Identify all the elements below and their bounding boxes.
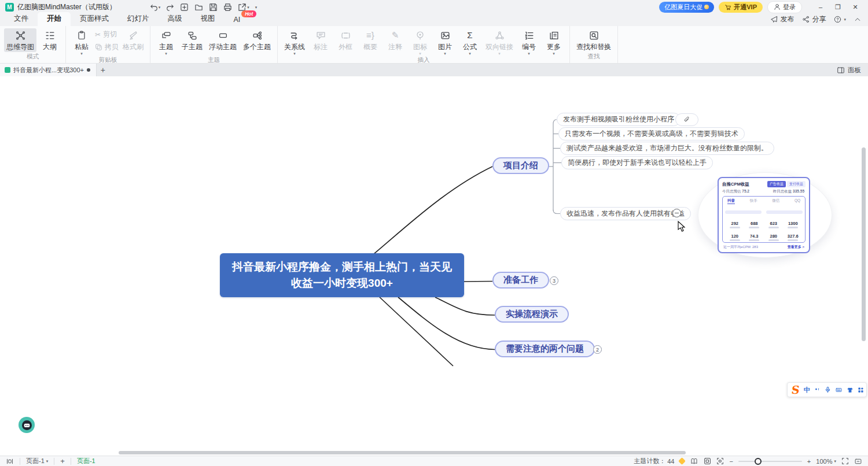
- promo-badge[interactable]: 亿图夏日大促: [659, 2, 714, 13]
- mindmap-mode-button[interactable]: 思维导图: [4, 28, 36, 52]
- child-node[interactable]: 简便易行，即使对于新手来说也可以轻松上手: [561, 156, 713, 169]
- tab-ai[interactable]: AI Hot: [225, 14, 258, 26]
- panel-toggle-button[interactable]: 面板: [837, 66, 868, 75]
- zoom-out-button[interactable]: −: [729, 458, 733, 465]
- zoom-slider[interactable]: [738, 461, 802, 462]
- collapsed-count-badge-prep[interactable]: 3: [550, 276, 558, 285]
- branch-node-prep[interactable]: 准备工作: [492, 272, 549, 289]
- minimize-button[interactable]: –: [812, 1, 829, 13]
- tab-advanced[interactable]: 高级: [159, 12, 192, 26]
- paste-button[interactable]: 粘贴▾: [70, 28, 93, 56]
- note-button[interactable]: ✎ 注释: [384, 28, 407, 52]
- cut-icon: ✂: [95, 31, 101, 39]
- ime-toolbox-icon[interactable]: [858, 387, 864, 393]
- format-painter-button[interactable]: 格式刷: [120, 28, 146, 52]
- zoom-level-selector[interactable]: 100% ▾: [816, 458, 836, 465]
- branch-node-issues[interactable]: 需要注意的两个问题: [495, 341, 595, 357]
- callout-icon: [316, 29, 326, 41]
- login-button[interactable]: 登录: [767, 1, 802, 13]
- ime-skin-icon[interactable]: [847, 387, 854, 393]
- horizontal-scrollbar[interactable]: [119, 451, 686, 454]
- outline-mode-button[interactable]: 大纲: [38, 28, 61, 52]
- fit-page-button[interactable]: [704, 457, 711, 465]
- ime-punctuation-icon[interactable]: [814, 387, 821, 393]
- cpm-screenshot[interactable]: 自推CPM收益 广告收益 支付收益 今日总预估 75.2 昨日总收益 335.5…: [718, 177, 810, 253]
- more-insert-button[interactable]: 更多▾: [542, 28, 565, 56]
- cut-button[interactable]: ✂ 剪切: [95, 29, 119, 39]
- relation-line-button[interactable]: 关系线▾: [282, 28, 307, 56]
- formula-button[interactable]: Σ 公式▾: [458, 28, 481, 56]
- topic-count-value: 44: [667, 458, 674, 465]
- insert-icon-button[interactable]: 图标▾: [409, 28, 432, 56]
- new-page-button[interactable]: [180, 3, 189, 12]
- collapse-toggle[interactable]: [672, 209, 681, 217]
- stat-value: 120: [725, 234, 745, 239]
- child-node[interactable]: 发布测手相视频吸引粉丝使用小程序: [557, 113, 681, 126]
- page-overview-button[interactable]: [6, 458, 14, 465]
- tab-page-style[interactable]: 页面样式: [71, 12, 118, 26]
- vip-button[interactable]: 开通VIP: [719, 2, 763, 13]
- sogou-logo-icon[interactable]: S: [791, 384, 800, 395]
- page-selector[interactable]: 页面-1 ▾: [26, 457, 48, 465]
- tab-home[interactable]: 开始: [38, 12, 71, 26]
- bilink-button[interactable]: 双向链接▾: [483, 28, 516, 56]
- central-topic-node[interactable]: 抖音最新小程序撸金，测手相上热门，当天见收益一小时变现300+: [220, 253, 464, 297]
- branch-node-intro[interactable]: 项目介绍: [492, 157, 549, 174]
- fullscreen-button[interactable]: [841, 457, 849, 465]
- add-page-button[interactable]: +: [60, 457, 65, 465]
- ime-toolbar[interactable]: S 中: [787, 382, 867, 397]
- mindmap-canvas[interactable]: 抖音最新小程序撸金，测手相上热门，当天见收益一小时变现300+ 项目介绍 准备工…: [0, 76, 868, 456]
- active-page-label[interactable]: 页面-1: [77, 457, 95, 465]
- publish-button[interactable]: 发布: [770, 14, 794, 24]
- page-fit-button[interactable]: [854, 458, 862, 465]
- child-node[interactable]: 测试类产品越来越受欢迎，市场潜力巨大。没有粉丝数量的限制。: [560, 142, 774, 155]
- tab-file[interactable]: 文件: [5, 12, 38, 26]
- export-caret-icon[interactable]: ▾: [247, 5, 249, 9]
- share-button[interactable]: 分享: [802, 14, 826, 24]
- undo-caret-icon[interactable]: ▾: [159, 5, 161, 9]
- callout-button[interactable]: 标注: [309, 28, 332, 52]
- summary-button[interactable]: ≡} 概要: [359, 28, 382, 52]
- find-replace-button[interactable]: 查找和替换: [574, 28, 613, 52]
- picture-button[interactable]: 图片▾: [433, 28, 457, 56]
- status-bar: 页面-1 ▾ + 页面-1 主题计数： 44 − + 100% ▾: [0, 456, 868, 466]
- branch-node-demo[interactable]: 实操流程演示: [495, 306, 569, 323]
- new-document-tab-button[interactable]: +: [97, 64, 109, 76]
- floating-topic-button[interactable]: 浮动主题: [207, 28, 239, 52]
- collapse-ribbon-button[interactable]: [854, 16, 861, 23]
- copy-button[interactable]: 拷贝: [95, 42, 119, 52]
- ime-mode-button[interactable]: 中: [804, 386, 810, 394]
- child-node[interactable]: 只需发布一个视频，不需要美观或高级，不需要剪辑技术: [558, 127, 745, 140]
- help-button[interactable]: ▾: [834, 16, 846, 23]
- ime-mic-icon[interactable]: [825, 386, 831, 393]
- zoom-slider-knob[interactable]: [755, 458, 762, 465]
- print-button[interactable]: [223, 3, 232, 12]
- open-file-button[interactable]: [194, 3, 203, 12]
- gem-icon[interactable]: [679, 457, 686, 465]
- document-tab[interactable]: 抖音最新小程...变现300+: [0, 64, 97, 76]
- tab-slides[interactable]: 幻灯片: [118, 12, 159, 26]
- reading-view-button[interactable]: [690, 458, 698, 465]
- hyperlink-pill[interactable]: [675, 113, 698, 126]
- topic-button[interactable]: 主题▾: [155, 28, 178, 56]
- save-button[interactable]: [209, 3, 218, 12]
- multi-topic-button[interactable]: 多个主题: [241, 28, 273, 52]
- boundary-button[interactable]: 外框: [334, 28, 357, 52]
- customize-toolbar-button[interactable]: ▾: [255, 5, 258, 9]
- close-button[interactable]: ✕: [847, 1, 863, 13]
- numbering-button[interactable]: 编号▾: [517, 28, 540, 56]
- numbering-icon: [524, 29, 534, 41]
- vertical-scrollbar[interactable]: [862, 147, 866, 341]
- undo-button[interactable]: ▾: [150, 3, 161, 11]
- ribbon-group-mode: 思维导图 大纲 模式: [0, 26, 66, 63]
- ai-assistant-float-button[interactable]: [19, 417, 35, 433]
- restore-button[interactable]: ❐: [830, 1, 846, 13]
- fit-screen-button[interactable]: [716, 457, 724, 465]
- collapsed-count-badge-issues[interactable]: 2: [593, 345, 602, 354]
- redo-button[interactable]: [166, 3, 174, 11]
- ime-keyboard-icon[interactable]: [835, 387, 843, 393]
- tab-view[interactable]: 视图: [192, 12, 225, 26]
- subtopic-button[interactable]: 子主题: [179, 28, 205, 52]
- zoom-in-button[interactable]: +: [807, 458, 811, 465]
- child-node[interactable]: 收益迅速，发布作品有人使用就有收益: [560, 207, 691, 220]
